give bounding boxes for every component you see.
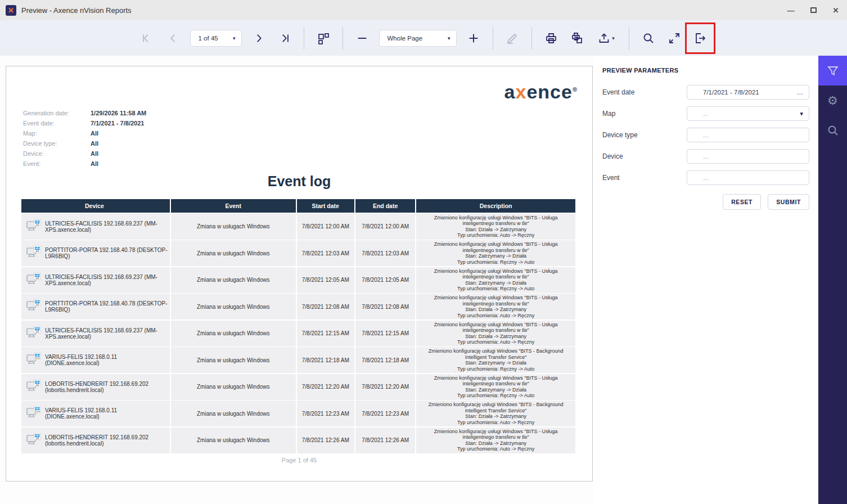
zoom-level-select[interactable]: Whole Page ▾: [379, 30, 457, 47]
map-placeholder: ...: [703, 110, 709, 117]
end-date-cell: 7/8/2021 12:26 AM: [355, 428, 416, 453]
device-name: ULTRICIES-FACILISIS 192.168.69.237 (MM-X…: [45, 327, 168, 340]
chevron-down-icon: ▾: [800, 110, 803, 118]
ellipsis-button[interactable]: …: [797, 89, 804, 96]
page-number-value: 1 of 45: [199, 35, 218, 42]
export-button[interactable]: ▾: [594, 29, 619, 47]
exit-preview-button[interactable]: [691, 29, 709, 47]
windows-device-icon: 10: [26, 326, 41, 341]
filter-tab[interactable]: [818, 56, 847, 86]
first-page-icon: [141, 32, 154, 44]
app-logo-icon: ✕: [6, 5, 16, 16]
device-cell: 10 ULTRICIES-FACILISIS 192.168.69.237 (M…: [21, 267, 171, 293]
reset-button[interactable]: RESET: [723, 194, 761, 210]
zoom-in-button[interactable]: [465, 29, 483, 47]
device-field[interactable]: ...: [687, 149, 809, 164]
meta-label: Event date:: [23, 120, 91, 127]
table-row: 10 PORTTITOR-PORTA 192.168.40.78 (DESKTO…: [21, 294, 575, 320]
description-line: Zmieniono konfigurację usługi Windows "B…: [434, 375, 558, 381]
close-button[interactable]: ✕: [825, 0, 847, 20]
meta-label: Device type:: [23, 140, 91, 147]
event-field[interactable]: ...: [687, 170, 809, 185]
device-name: PORTTITOR-PORTA 192.168.40.78 (DESKTOP-L…: [45, 300, 168, 313]
table-row: 10 ULTRICIES-FACILISIS 192.168.69.237 (M…: [21, 321, 575, 346]
description-line: Stan: Działa -> Zatrzymany: [465, 227, 526, 233]
table-row: 2019 VARIUS-FELIS 192.168.0.11 (DIONE.ax…: [21, 347, 575, 373]
preview-parameters-panel: PREVIEW PARAMETERS Event date 7/1/2021 -…: [593, 56, 818, 504]
previous-page-button[interactable]: [164, 29, 182, 47]
description-line: inteligentnego transferu w tle": [462, 274, 529, 280]
chevron-down-icon: ▾: [612, 35, 615, 41]
device-cell: 10 PORTTITOR-PORTA 192.168.40.78 (DESKTO…: [21, 240, 171, 266]
description-cell: Zmieniono konfigurację usługi Windows "B…: [416, 374, 575, 400]
end-date-cell: 7/8/2021 12:08 AM: [355, 294, 416, 320]
end-date-cell: 7/8/2021 12:15 AM: [355, 321, 416, 346]
event-table: Device Event Start date End date Descrip…: [21, 199, 575, 453]
meta-label: Map:: [23, 130, 91, 137]
description-line: Stan: Zatrzymany -> Działa: [465, 253, 526, 259]
parameter-buttons: RESET SUBMIT: [723, 194, 809, 210]
description-line: inteligentnego transferu w tle": [462, 220, 529, 227]
fullscreen-button[interactable]: [665, 29, 683, 47]
thumbnails-button[interactable]: [314, 29, 332, 47]
device-cell: 10 ULTRICIES-FACILISIS 192.168.69.237 (M…: [21, 321, 171, 346]
page-number-select[interactable]: 1 of 45 ▾: [190, 30, 242, 47]
device-name: ULTRICIES-FACILISIS 192.168.69.237 (MM-X…: [45, 274, 168, 286]
description-line: Typ uruchomienia: Auto -> Ręczny: [457, 232, 534, 238]
parameters-title: PREVIEW PARAMETERS: [602, 67, 678, 74]
description-line: Stan: Działa -> Zatrzymany: [465, 440, 526, 447]
app-logo-glyph: ✕: [8, 7, 14, 14]
description-line: Intelligent Transfer Service": [465, 408, 527, 414]
first-page-button[interactable]: [138, 29, 156, 47]
description-cell: Zmieniono konfigurację usługi Windows "B…: [416, 240, 575, 266]
print-button[interactable]: [542, 29, 560, 47]
next-page-button[interactable]: [250, 29, 268, 47]
event-cell: Zmiana w usługach Windows: [171, 214, 297, 240]
description-line: Intelligent Transfer Service": [465, 354, 527, 361]
meta-label: Generation date:: [23, 110, 91, 116]
device-cell: 10 PORTTITOR-PORTA 192.168.40.78 (DESKTO…: [21, 294, 171, 320]
meta-label: Device:: [23, 150, 91, 157]
end-date-cell: 7/8/2021 12:03 AM: [355, 240, 416, 266]
meta-value: All: [91, 150, 98, 157]
device-cell: 10 LOBORTIS-HENDRERIT 192.168.69.202 (lo…: [21, 428, 171, 453]
field-label: Event: [602, 174, 620, 182]
submit-button[interactable]: SUBMIT: [768, 194, 809, 210]
header-start-date: Start date: [297, 199, 355, 213]
toolbar-separator: [493, 27, 493, 50]
device-name: VARIUS-FELIS 192.168.0.11 (DIONE.axence.…: [45, 354, 168, 366]
zoom-out-button[interactable]: [353, 29, 371, 47]
maximize-button[interactable]: [802, 0, 825, 20]
app-window: ✕ Preview - Axence nVision Reports — ✕ 1…: [0, 0, 847, 504]
windows-device-icon: 10: [26, 379, 41, 395]
windows-device-icon: 10: [26, 245, 41, 261]
device-placeholder: ...: [703, 153, 709, 160]
description-line: inteligentnego transferu w tle": [462, 434, 529, 440]
device-type-field[interactable]: ...: [687, 128, 809, 142]
start-date-cell: 7/8/2021 12:23 AM: [297, 400, 355, 426]
event-table-body: 10 ULTRICIES-FACILISIS 192.168.69.237 (M…: [21, 214, 575, 453]
minimize-button[interactable]: —: [780, 0, 802, 20]
header-device: Device: [21, 199, 171, 213]
event-date-field[interactable]: 7/1/2021 - 7/8/2021 …: [687, 85, 809, 100]
settings-tab[interactable]: ⚙: [818, 86, 847, 115]
description-line: Stan: Działa -> Zatrzymany: [465, 413, 526, 420]
search-button[interactable]: [639, 29, 657, 47]
header-end-date: End date: [355, 199, 416, 213]
device-name: ULTRICIES-FACILISIS 192.168.69.237 (MM-X…: [45, 220, 168, 233]
export-icon: [597, 32, 611, 45]
last-page-button[interactable]: [276, 29, 294, 47]
description-line: Zmieniono konfigurację usługi Windows "B…: [434, 322, 558, 328]
description-cell: Zmieniono konfigurację usługi Windows "B…: [416, 321, 575, 346]
toolbar-separator: [629, 27, 629, 50]
description-line: Stan: Zatrzymany -> Działa: [465, 360, 526, 366]
description-line: Typ uruchomienia: Ręczny -> Auto: [457, 259, 534, 266]
search-tab[interactable]: [818, 115, 847, 145]
description-line: Typ uruchomienia: Auto -> Ręczny: [457, 339, 534, 345]
map-select[interactable]: ... ▾: [687, 106, 809, 121]
device-type-placeholder: ...: [703, 132, 709, 138]
search-icon: [826, 124, 840, 137]
description-line: Zmieniono konfigurację usługi Windows "B…: [434, 241, 558, 248]
event-cell: Zmiana w usługach Windows: [171, 400, 297, 426]
print-page-button[interactable]: [568, 29, 586, 47]
